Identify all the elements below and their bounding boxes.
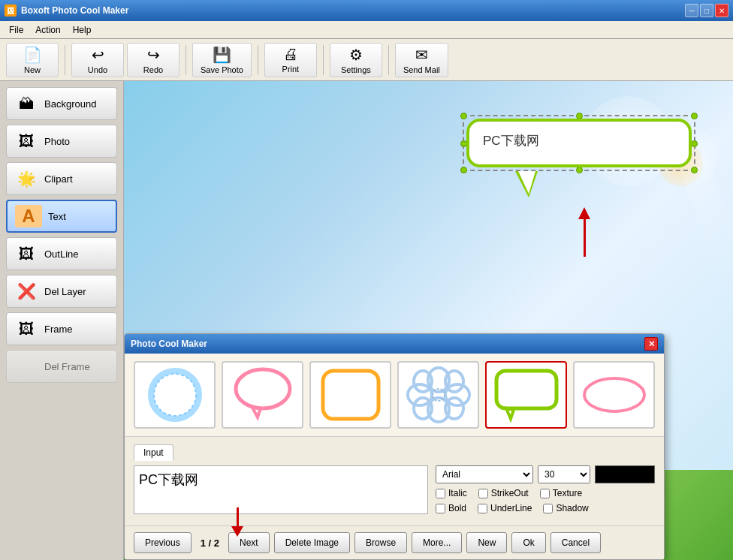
shadow-checkbox[interactable]: Shadow [543,503,588,513]
left-panel: 🏔 Background 🖼 Photo 🌟 Clipart A Text 🖼 … [0,81,124,560]
svg-point-7 [408,384,432,405]
cancel-button[interactable]: Cancel [551,532,601,553]
canvas-area[interactable]: PC下载网 Photo Cool Maker [124,81,733,560]
italic-checkbox[interactable]: Italic [436,488,467,498]
panel-outline[interactable]: 🖼 OutLine [6,237,117,270]
bubble-text: PC下载网 [483,134,539,148]
menu-action[interactable]: Action [29,23,66,37]
ok-button[interactable]: Ok [511,532,545,553]
shape-green-bubble[interactable] [485,361,567,429]
svg-point-2 [236,369,290,408]
dellayer-icon: ❌ [14,281,38,302]
bold-input[interactable] [436,504,445,513]
toolbar-save[interactable]: 💾 Save Photo [192,43,252,77]
toolbar-sendmail[interactable]: ✉ Send Mail [395,43,448,77]
shape-orange-square-svg [317,365,385,425]
panel-text-label: Text [48,211,66,222]
underline-checkbox[interactable]: UnderLine [478,503,532,513]
handle-tr [691,113,698,119]
panel-frame-label: Frame [44,324,73,335]
strikeout-checkbox[interactable]: StrikeOut [478,488,529,498]
strikeout-label: StrikeOut [491,488,529,498]
more-button[interactable]: More... [412,532,462,553]
panel-delframe: Del Frame [6,350,117,383]
tab-bar: Input [134,444,655,461]
toolbar-redo-label: Redo [143,65,163,74]
toolbar-redo[interactable]: ↪ Redo [127,43,179,77]
svg-rect-14 [496,371,557,408]
shape-blue-flower[interactable] [397,361,479,429]
texture-input[interactable] [540,489,550,498]
print-icon: 🖨 [283,46,298,63]
panel-frame[interactable]: 🖼 Frame [6,312,117,345]
shape-orange-square[interactable] [309,361,391,429]
panel-background-label: Background [44,98,96,110]
clipart-icon: 🌟 [14,168,38,189]
color-picker[interactable] [595,465,655,483]
panel-photo[interactable]: 🖼 Photo [6,125,117,158]
svg-point-0 [151,371,199,419]
toolbar-new[interactable]: 📄 New [6,43,59,77]
shape-pink-bubble-svg [229,365,297,425]
toolbar-print[interactable]: 🖨 Print [264,43,317,77]
app-icon: 🖼 [5,5,17,17]
save-icon: 💾 [213,46,231,64]
strikeout-input[interactable] [478,489,488,498]
font-select[interactable]: Arial [436,465,533,483]
browse-button[interactable]: Browse [354,532,407,553]
text-input-field[interactable]: PC下载网 [134,465,428,514]
shape-pink-oval[interactable] [573,361,655,429]
shape-circle[interactable] [134,361,216,429]
previous-button[interactable]: Previous [134,532,192,553]
panel-dellayer[interactable]: ❌ Del Layer [6,275,117,308]
text-arrow-line [237,507,239,526]
toolbar-sep-1 [65,45,65,75]
panel-clipart[interactable]: 🌟 Clipart [6,162,117,195]
italic-input[interactable] [436,489,445,498]
panel-background[interactable]: 🏔 Background [6,87,117,120]
shadow-input[interactable] [543,504,553,513]
main-layout: 🏔 Background 🖼 Photo 🌟 Clipart A Text 🖼 … [0,81,733,560]
svg-point-1 [154,374,196,416]
new-icon: 📄 [23,46,42,64]
delete-image-button[interactable]: Delete Image [274,532,350,553]
underline-input[interactable] [478,504,487,513]
settings-icon: ⚙ [349,46,363,64]
maximize-button[interactable]: □ [700,4,713,17]
handle-mr [691,140,698,147]
texture-checkbox[interactable]: Texture [540,488,582,498]
font-controls: Arial 30 Italic [436,465,655,513]
close-button[interactable]: ✕ [715,4,728,17]
underline-label: UnderLine [490,503,532,513]
shape-pink-bubble[interactable] [222,361,303,429]
checkbox-row-2: Bold UnderLine Shadow [436,503,655,513]
handle-tl [460,113,467,119]
panel-photo-label: Photo [44,136,70,147]
text-arrow-head [231,526,243,537]
shape-circle-svg [141,365,209,425]
menu-help[interactable]: Help [67,23,98,37]
bold-checkbox[interactable]: Bold [436,503,466,513]
toolbar-undo[interactable]: ↩ Undo [71,43,124,77]
delframe-icon [14,356,38,377]
new-button[interactable]: New [466,532,507,553]
panel-delframe-label: Del Frame [44,361,90,372]
toolbar-settings[interactable]: ⚙ Settings [330,43,382,77]
dialog: Photo Cool Maker ✕ [124,333,665,560]
dialog-close-button[interactable]: ✕ [644,337,658,351]
shape-selector [125,354,664,437]
title-bar-controls: ─ □ ✕ [685,4,728,17]
minimize-button[interactable]: ─ [685,4,698,17]
title-bar-left: 🖼 Boxoft Photo Cool Maker [5,5,128,17]
text-icon: A [15,205,42,227]
toolbar-print-label: Print [282,65,300,74]
italic-label: Italic [448,488,467,498]
toolbar-save-label: Save Photo [201,65,243,74]
panel-text[interactable]: A Text [6,200,117,233]
size-select[interactable]: 30 [538,465,590,483]
tab-input[interactable]: Input [134,444,173,461]
checkbox-row-1: Italic StrikeOut Texture [436,488,655,498]
dialog-buttons: Previous 1 / 2 Next Delete Image Browse … [125,525,664,559]
shape-green-bubble-svg [493,365,560,425]
menu-file[interactable]: File [3,23,29,37]
